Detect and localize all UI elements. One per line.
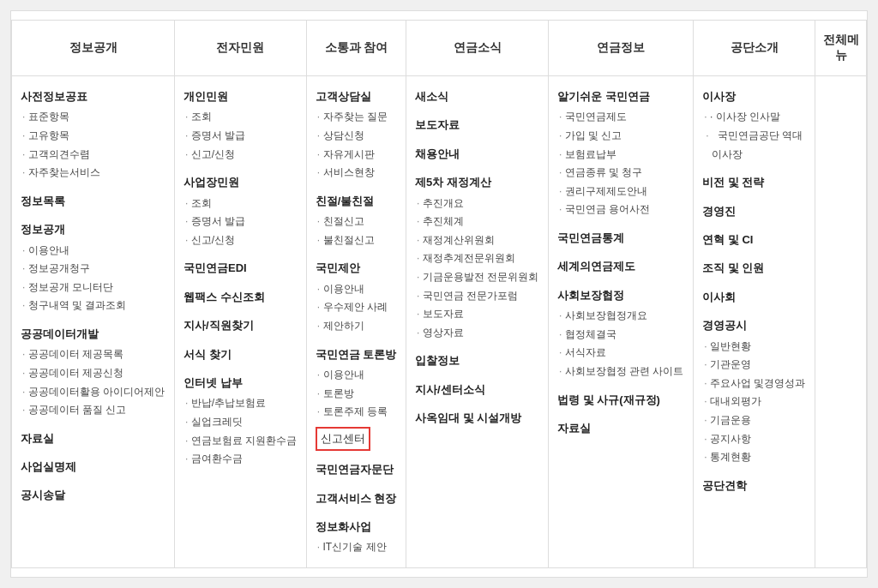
sub-item-4-3-1[interactable]: 협정체결국 <box>557 326 684 345</box>
sub-item-2-2-1[interactable]: 우수제안 사례 <box>316 298 397 317</box>
section-title-3-1[interactable]: 보도자료 <box>415 115 539 135</box>
section-조직 및 인원[interactable]: 조직 및 인원 <box>702 258 806 278</box>
sub-item-0-3-2[interactable]: 공공데이터활용 아이디어제안 <box>21 383 165 402</box>
sub-공지사항[interactable]: 공지사항 <box>702 430 806 449</box>
sub-item-3-3-5[interactable]: 국민연금 전문가포럼 <box>415 287 539 306</box>
section-title-2-0[interactable]: 고객상담실 <box>316 87 397 106</box>
sub-대내외평가[interactable]: 대내외평가 <box>702 393 806 411</box>
sub-item-2-3-0[interactable]: 이용안내 <box>316 366 397 385</box>
sub-item-3-3-0[interactable]: 추진개요 <box>415 195 539 213</box>
sub-item-0-3-1[interactable]: 공공데이터 제공신청 <box>21 364 165 383</box>
sub-item-3-3-1[interactable]: 추진체계 <box>415 213 539 231</box>
sub-item-0-2-3[interactable]: 청구내역 및 결과조회 <box>21 297 165 315</box>
sub-item-1-6-0[interactable]: 반납/추납보험료 <box>183 394 298 413</box>
section-title-1-1[interactable]: 사업장민원 <box>183 172 298 192</box>
header-col-0[interactable]: 정보공개 <box>12 21 175 76</box>
sub-item-3-3-4[interactable]: 기금운용발전 전문위원회 <box>415 268 539 287</box>
sub-item-4-0-5[interactable]: 국민연금 용어사전 <box>557 201 684 219</box>
section-title-4-3[interactable]: 사회보장협정 <box>557 285 684 305</box>
section-title-4-5[interactable]: 자료실 <box>557 418 684 438</box>
section-경영진[interactable]: 경영진 <box>702 201 806 221</box>
header-col-5[interactable]: 공단소개 <box>694 21 815 76</box>
section-이사회[interactable]: 이사회 <box>702 287 806 307</box>
sub-주요사업 및경영성과[interactable]: 주요사업 및경영성과 <box>702 375 806 393</box>
section-title-4-0[interactable]: 알기쉬운 국민연금 <box>557 87 684 106</box>
section-경영공시[interactable]: 경영공시 <box>702 315 806 335</box>
section-title-2-6[interactable]: 고객서비스 현장 <box>316 489 397 508</box>
section-title-2-5[interactable]: 국민연금자문단 <box>316 459 397 479</box>
sub-item-2-0-0[interactable]: 자주찾는 질문 <box>316 108 397 127</box>
sub-item-0-3-3[interactable]: 공공데이터 품질 신고 <box>21 401 165 420</box>
section-이사장[interactable]: 이사장 <box>702 87 806 106</box>
sub-이사장인사말[interactable]: · 이사장 인사말 <box>702 108 806 127</box>
section-title-4-1[interactable]: 국민연금통계 <box>557 228 684 248</box>
section-title-4-4[interactable]: 법령 및 사규(재규정) <box>557 390 684 410</box>
sub-item-4-0-2[interactable]: 보험료납부 <box>557 146 684 165</box>
section-title-3-5[interactable]: 지사/센터소식 <box>415 380 539 399</box>
section-title-0-5[interactable]: 사업실명제 <box>21 457 165 477</box>
sub-item-0-3-0[interactable]: 공공데이터 제공목록 <box>21 345 165 364</box>
sub-item-3-3-2[interactable]: 재정계산위원회 <box>415 231 539 250</box>
sub-item-0-0-1[interactable]: 고유항목 <box>21 127 165 146</box>
sub-item-1-0-0[interactable]: 조회 <box>183 108 298 127</box>
sub-item-1-6-1[interactable]: 실업크레딧 <box>183 413 298 432</box>
sub-item-1-0-1[interactable]: 증명서 발급 <box>183 127 298 146</box>
sub-item-2-3-2[interactable]: 토론주제 등록 <box>316 403 397 422</box>
section-title-0-6[interactable]: 공시송달 <box>21 485 165 505</box>
section-title-1-4[interactable]: 지사/직원찾기 <box>183 315 298 335</box>
section-title-1-3[interactable]: 웹팩스 수신조회 <box>183 287 298 307</box>
sub-item-4-0-3[interactable]: 연금종류 및 청구 <box>557 164 684 183</box>
sub-item-4-3-0[interactable]: 사회보장협정개요 <box>557 307 684 326</box>
sub-item-2-2-0[interactable]: 이용안내 <box>316 280 397 299</box>
section-title-1-0[interactable]: 개인민원 <box>183 87 298 106</box>
sub-기관운영[interactable]: 기관운영 <box>702 356 806 375</box>
section-title-2-1[interactable]: 친절/불친절 <box>316 191 397 211</box>
sub-item-2-0-3[interactable]: 서비스현창 <box>316 164 397 183</box>
section-title-3-2[interactable]: 채용안내 <box>415 144 539 164</box>
sub-item-0-0-2[interactable]: 고객의견수렴 <box>21 146 165 165</box>
header-col-2[interactable]: 소통과 참여 <box>306 21 406 76</box>
section-공단견학[interactable]: 공단견학 <box>702 476 806 495</box>
section-비전 및 전략[interactable]: 비전 및 전략 <box>702 172 806 192</box>
sub-item-2-3-1[interactable]: 토론방 <box>316 385 397 404</box>
sub-item-4-0-4[interactable]: 권리구제제도안내 <box>557 183 684 201</box>
section-title-0-3[interactable]: 공공데이터개발 <box>21 324 165 344</box>
section-title-0-0[interactable]: 사전정보공표 <box>21 87 165 106</box>
section-title-3-0[interactable]: 새소식 <box>415 87 539 106</box>
section-title-2-4[interactable]: 신고센터 <box>316 427 397 452</box>
sub-item-1-1-1[interactable]: 증명서 발급 <box>183 213 298 231</box>
section-title-0-2[interactable]: 정보공개 <box>21 219 165 239</box>
section-title-2-7[interactable]: 정보화사업 <box>316 517 397 537</box>
sub-item-4-0-1[interactable]: 가입 및 신고 <box>557 127 684 146</box>
sub-item-2-0-2[interactable]: 자유게시판 <box>316 146 397 165</box>
section-title-0-1[interactable]: 정보목록 <box>21 191 165 211</box>
section-title-1-6[interactable]: 인터넷 납부 <box>183 373 298 393</box>
sub-item-0-2-2[interactable]: 정보공개 모니터단 <box>21 279 165 297</box>
section-title-3-6[interactable]: 사옥임대 및 시설개방 <box>415 408 539 428</box>
sub-item-2-1-1[interactable]: 불친절신고 <box>316 231 397 250</box>
section-title-2-2[interactable]: 국민제안 <box>316 258 397 278</box>
sub-item-4-0-0[interactable]: 국민연금제도 <box>557 108 684 127</box>
sub-item-1-1-2[interactable]: 신고/신청 <box>183 231 298 250</box>
sub-item-1-6-3[interactable]: 금여환수금 <box>183 450 298 469</box>
section-연혁 및 CI[interactable]: 연혁 및 CI <box>702 230 806 249</box>
sub-item-0-2-0[interactable]: 이용안내 <box>21 242 165 261</box>
section-title-1-2[interactable]: 국민연금EDI <box>183 258 298 278</box>
sub-item-1-1-0[interactable]: 조회 <box>183 195 298 213</box>
sub-item-2-7-0[interactable]: IT신기술 제안 <box>316 538 397 557</box>
section-title-2-3[interactable]: 국민연금 토론방 <box>316 345 397 364</box>
sub-일반현황[interactable]: 일반현황 <box>702 338 806 357</box>
header-col-4[interactable]: 연금정보 <box>548 21 693 76</box>
sub-item-3-3-3[interactable]: 재정추계전문위원회 <box>415 249 539 268</box>
sub-item-2-1-0[interactable]: 친절신고 <box>316 213 397 231</box>
sub-item-2-0-1[interactable]: 상담신청 <box>316 127 397 146</box>
sub-item-1-6-2[interactable]: 연금보험료 지원환수금 <box>183 432 298 451</box>
sub-국민연금공단역대이사장[interactable]: 국민연금공단 역대 이사장 <box>702 127 806 164</box>
sub-item-0-0-3[interactable]: 자주찾는서비스 <box>21 164 165 183</box>
section-title-3-4[interactable]: 입찰정보 <box>415 351 539 370</box>
header-col-3[interactable]: 연금소식 <box>406 21 549 76</box>
sub-item-3-3-7[interactable]: 영상자료 <box>415 324 539 343</box>
section-title-3-3[interactable]: 제5차 재정계산 <box>415 172 539 192</box>
header-col-6[interactable]: 전체메뉴 <box>815 21 867 76</box>
sub-item-4-3-2[interactable]: 서식자료 <box>557 344 684 363</box>
